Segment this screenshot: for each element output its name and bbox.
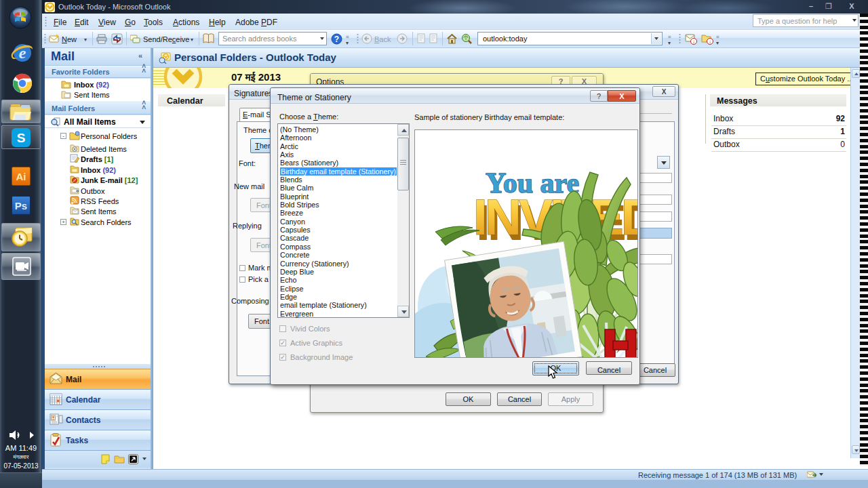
svg-text:↓: ↓: [709, 39, 711, 45]
svg-text:?: ?: [334, 35, 339, 44]
svg-text:↓: ↓: [692, 39, 695, 45]
svg-text:S: S: [17, 131, 26, 145]
